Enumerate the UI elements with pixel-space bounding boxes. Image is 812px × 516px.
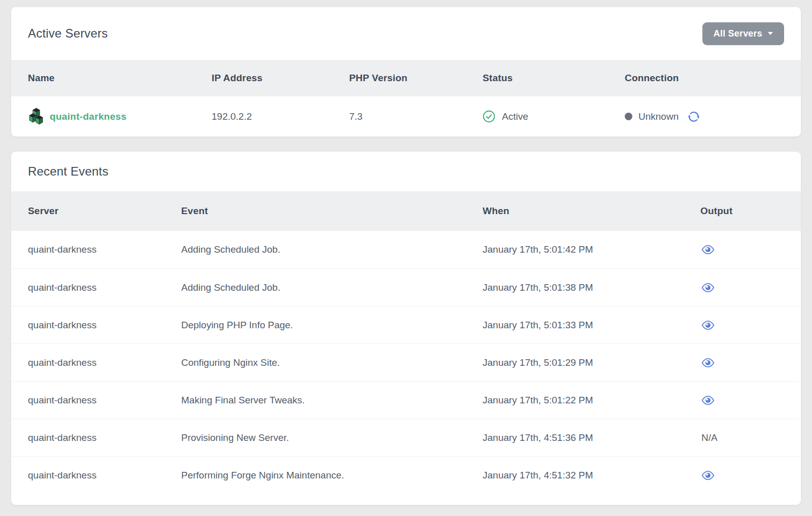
recent-events-card: Recent Events Server Event When Output q… [11,152,801,505]
server-cubes-icon [28,107,45,126]
event-timestamp: January 17th, 4:51:32 PM [483,470,700,481]
column-header-name: Name [28,73,212,84]
column-header-status: Status [483,73,625,84]
active-servers-card: Active Servers All Servers Name IP Addre… [11,7,801,136]
event-timestamp: January 17th, 5:01:29 PM [483,357,700,368]
column-header-php: PHP Version [349,73,483,84]
dashboard-page: Active Servers All Servers Name IP Addre… [0,0,812,505]
connection-dot-icon [625,113,632,120]
check-circle-icon [483,110,495,123]
refresh-connection-icon[interactable] [687,110,700,123]
all-servers-dropdown-button[interactable]: All Servers [702,22,784,45]
recent-events-title: Recent Events [28,164,109,179]
event-row: quaint-darkness Provisioning New Server.… [11,419,801,456]
event-server-name: quaint-darkness [28,395,181,406]
event-description: Adding Scheduled Job. [181,282,483,293]
all-servers-dropdown-label: All Servers [714,28,762,39]
eye-icon[interactable] [700,358,715,368]
event-timestamp: January 17th, 4:51:36 PM [483,432,700,443]
output-not-available: N/A [700,432,718,443]
event-row: quaint-darkness Deploying PHP Info Page.… [11,306,801,343]
column-header-server: Server [28,205,181,217]
column-header-output: Output [700,205,784,217]
event-server-name: quaint-darkness [28,244,181,255]
eye-icon[interactable] [700,470,715,480]
server-row: quaint-darkness 192.0.2.2 7.3 Active Unk… [11,96,801,136]
event-server-name: quaint-darkness [28,357,181,368]
connection-status-label: Unknown [638,111,679,122]
column-header-when: When [483,205,700,217]
event-timestamp: January 17th, 5:01:22 PM [483,395,700,406]
server-php-version: 7.3 [349,111,483,122]
eye-icon[interactable] [700,245,715,255]
event-row: quaint-darkness Making Final Server Twea… [11,381,801,419]
server-name-link[interactable]: quaint-darkness [50,111,126,122]
event-row: quaint-darkness Adding Scheduled Job. Ja… [11,231,801,268]
recent-events-table-header: Server Event When Output [11,191,801,231]
event-description: Performing Forge Nginx Maintenance. [181,470,483,481]
server-status-label: Active [502,111,528,122]
event-description: Configuring Nginx Site. [181,357,483,368]
event-description: Adding Scheduled Job. [181,244,483,255]
event-timestamp: January 17th, 5:01:33 PM [483,320,700,331]
column-header-ip: IP Address [212,73,349,84]
column-header-connection: Connection [625,73,784,84]
eye-icon[interactable] [700,283,715,293]
eye-icon[interactable] [700,320,715,330]
event-row: quaint-darkness Performing Forge Nginx M… [11,456,801,494]
event-description: Making Final Server Tweaks. [181,395,483,406]
event-row: quaint-darkness Adding Scheduled Job. Ja… [11,268,801,306]
event-description: Deploying PHP Info Page. [181,320,483,331]
eye-icon[interactable] [700,395,715,405]
event-timestamp: January 17th, 5:01:38 PM [483,282,700,293]
event-server-name: quaint-darkness [28,432,181,443]
active-servers-title: Active Servers [28,26,108,41]
active-servers-table-header: Name IP Address PHP Version Status Conne… [11,60,801,96]
event-row: quaint-darkness Configuring Nginx Site. … [11,343,801,381]
column-header-event: Event [181,205,483,217]
event-server-name: quaint-darkness [28,320,181,331]
event-server-name: quaint-darkness [28,282,181,293]
event-server-name: quaint-darkness [28,470,181,481]
event-timestamp: January 17th, 5:01:42 PM [483,244,700,255]
event-description: Provisioning New Server. [181,432,483,443]
caret-down-icon [768,32,773,35]
server-ip: 192.0.2.2 [212,111,349,122]
